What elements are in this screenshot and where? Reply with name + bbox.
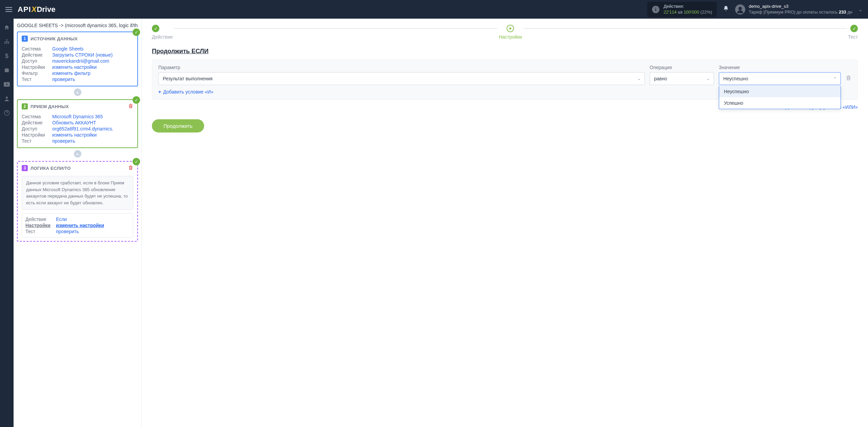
add-step-button[interactable]: + [74, 150, 81, 158]
check-icon: ✓ [133, 158, 140, 165]
svg-rect-1 [4, 43, 5, 44]
card-number: 3 [22, 165, 28, 171]
main-panel: ✓ Действие Настройки ✓ Тест Продолжить Е… [142, 19, 868, 427]
card-title: ЛОГИКА ЕСЛИ/ТО [31, 166, 71, 171]
step-indicator: ✓ Действие Настройки ✓ Тест [142, 19, 868, 41]
user-info: demo_apix-drive_s3 Тариф |Премиум PRO| д… [749, 4, 852, 15]
sidebar: $ [0, 19, 14, 427]
logic-description: Данное условие сработает, если в блоке П… [22, 176, 133, 210]
step-active-icon [507, 25, 514, 32]
source-system-link[interactable]: Google Sheets [52, 46, 84, 52]
logic-action-link[interactable]: Если [56, 217, 67, 222]
sidebar-home-icon[interactable] [3, 24, 10, 31]
delete-condition-icon[interactable] [846, 75, 851, 85]
actions-values: 22'114 из 100'000 (22%) [664, 9, 712, 15]
dest-system-link[interactable]: Microsoft Dynamics 365 [52, 114, 103, 119]
source-settings-link[interactable]: изменить настройки [52, 64, 97, 70]
svg-rect-0 [6, 39, 7, 40]
logic-settings-link[interactable]: изменить настройки [56, 223, 104, 228]
header-left: APIXDrive [5, 5, 55, 14]
user-menu[interactable]: demo_apix-drive_s3 Тариф |Премиум PRO| д… [735, 4, 863, 15]
step-action[interactable]: ✓ Действие [152, 25, 173, 40]
card-title: ПРИЕМ ДАННЫХ [31, 104, 69, 109]
condition-block: Параметр Результат выполнения⌄ Операция … [152, 60, 858, 100]
chevron-down-icon: ⌄ [707, 77, 710, 81]
header-right: i Действия: 22'114 из 100'000 (22%) demo… [647, 2, 863, 17]
bell-icon[interactable] [723, 5, 729, 13]
value-label: Значение [719, 65, 841, 70]
source-filter-link[interactable]: изменить фильтр [52, 70, 91, 76]
value-select[interactable]: Неуспешно⌃ [719, 72, 841, 85]
card-title: ИСТОЧНИК ДАННЫХ [31, 36, 78, 41]
dest-access-link[interactable]: org652a6f91.crm4.dynamics. [52, 126, 114, 131]
dropdown-option-success[interactable]: Успешно [719, 97, 841, 109]
sidebar-youtube-icon[interactable] [3, 81, 10, 88]
dest-test-link[interactable]: проверить [52, 138, 75, 144]
sidebar-billing-icon[interactable]: $ [3, 53, 10, 59]
chevron-down-icon: ⌄ [859, 7, 863, 12]
sidebar-briefcase-icon[interactable] [3, 67, 10, 74]
svg-rect-2 [6, 43, 7, 44]
logo[interactable]: APIXDrive [18, 5, 55, 14]
actions-label: Действия: [664, 4, 712, 9]
section-title: Продолжить ЕСЛИ [142, 41, 868, 60]
value-dropdown: Неуспешно Успешно [719, 86, 841, 109]
step-check-icon: ✓ [152, 25, 159, 32]
operation-select[interactable]: равно⌄ [650, 72, 714, 85]
card-number: 2 [22, 103, 28, 109]
menu-hamburger-icon[interactable] [5, 7, 12, 12]
source-access-link[interactable]: maverickandrii@gmail.com [52, 58, 109, 64]
source-test-link[interactable]: проверить [52, 77, 75, 82]
card-destination[interactable]: ✓ 2 ПРИЕМ ДАННЫХ СистемаMicrosoft Dynami… [17, 99, 138, 148]
chevron-up-icon: ⌃ [833, 77, 836, 81]
card-number: 1 [22, 36, 28, 42]
dest-action-link[interactable]: Обновить АККАУНТ [52, 120, 96, 125]
info-icon: i [652, 6, 659, 13]
left-panel: GOOGLE SHEETS -> (microsoft dynamics 365… [14, 19, 142, 427]
step-check-icon: ✓ [850, 25, 858, 32]
breadcrumb: GOOGLE SHEETS -> (microsoft dynamics 365… [17, 21, 138, 32]
dropdown-option-fail[interactable]: Неуспешно [719, 86, 841, 97]
chevron-down-icon: ⌄ [637, 77, 640, 81]
trash-icon[interactable] [128, 103, 133, 109]
operation-label: Операция [650, 65, 714, 70]
sidebar-help-icon[interactable] [3, 109, 10, 116]
sidebar-user-icon[interactable] [3, 95, 10, 102]
avatar-icon [735, 4, 745, 15]
source-action-link[interactable]: Загрузить СТРОКИ (новые) [52, 52, 113, 58]
logic-test-link[interactable]: проверить [56, 229, 79, 234]
logic-sub-card: ДействиеЕсли Настройкиизменить настройки… [22, 213, 133, 238]
dest-settings-link[interactable]: изменить настройки [52, 132, 97, 138]
add-step-button[interactable]: + [74, 88, 81, 96]
card-source[interactable]: ✓ 1 ИСТОЧНИК ДАННЫХ СистемаGoogle Sheets… [17, 32, 138, 86]
continue-button[interactable]: Продолжить [152, 119, 204, 133]
check-icon: ✓ [133, 28, 140, 36]
check-icon: ✓ [133, 96, 140, 104]
svg-rect-3 [8, 43, 9, 44]
step-settings[interactable]: Настройки [499, 25, 522, 40]
actions-usage[interactable]: i Действия: 22'114 из 100'000 (22%) [647, 2, 717, 17]
svg-point-5 [6, 97, 8, 99]
param-label: Параметр [158, 65, 645, 70]
card-logic[interactable]: ✓ 3 ЛОГИКА ЕСЛИ/ТО Данное условие сработ… [17, 161, 138, 242]
step-test[interactable]: ✓ Тест [848, 25, 858, 40]
header: APIXDrive i Действия: 22'114 из 100'000 … [0, 0, 868, 19]
trash-icon[interactable] [128, 165, 133, 171]
param-select[interactable]: Результат выполнения⌄ [158, 72, 645, 85]
sidebar-connections-icon[interactable] [3, 38, 10, 45]
